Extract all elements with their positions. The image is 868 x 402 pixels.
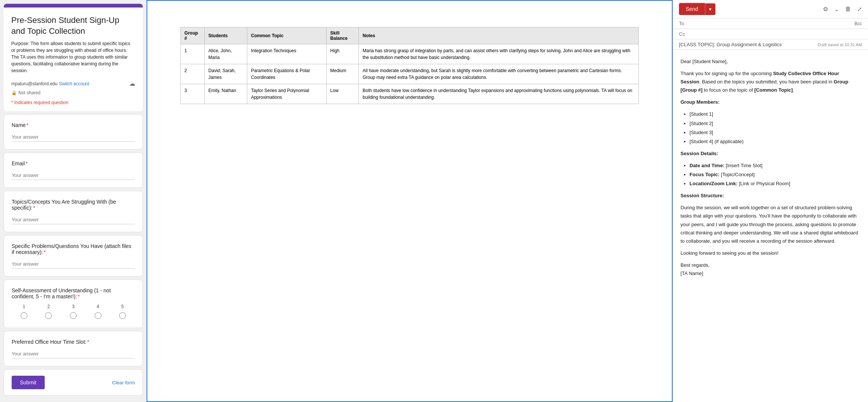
session-structure-header: Session Structure:	[680, 192, 860, 200]
lock-icon: 🔒	[11, 90, 17, 95]
students-2: David, Sarah, James	[204, 64, 247, 84]
bold-topic: [Common Topic]	[755, 87, 793, 93]
topics-input[interactable]	[12, 215, 135, 224]
email-closing: Looking forward to seeing you at the ses…	[680, 249, 860, 257]
table-row: 3 Emily, Nathan Taylor Series and Polyno…	[180, 84, 638, 104]
member-4: [Student 4] (if applicable)	[690, 138, 860, 146]
students-3: Emily, Nathan	[204, 84, 247, 104]
cc-input[interactable]	[694, 31, 862, 37]
to-input[interactable]	[694, 21, 854, 26]
table-row: 2 David, Sarah, James Parametric Equatio…	[180, 64, 638, 84]
form-panel: Pre-Session Student Sign-Up and Topic Co…	[0, 0, 147, 402]
email-input[interactable]	[12, 171, 135, 180]
expand-icon[interactable]: ⤢	[857, 6, 862, 13]
group-num-1: 1	[180, 44, 204, 64]
col-skill: Skill Balance	[326, 27, 358, 44]
topics-question-card: Topics/Concepts You Are Struggling With …	[4, 191, 143, 232]
email-toolbar: Send ▾ ⚙ ⌄ 🗑 ⤢	[673, 0, 868, 18]
session-details-header: Session Details:	[680, 150, 860, 158]
rating-radio-5[interactable]	[116, 312, 129, 320]
topic-1: Integration Techniques	[247, 44, 326, 64]
rating-num-1: 1	[17, 304, 31, 309]
form-header-card: Pre-Session Student Sign-Up and Topic Co…	[4, 4, 143, 111]
skill-2: Medium	[326, 64, 358, 84]
draft-saved-status: Draft saved at 10:31 AM	[818, 42, 862, 47]
settings-icon[interactable]: ⚙	[823, 6, 828, 13]
notes-2: All have moderate understanding, but Sar…	[358, 64, 638, 84]
name-label: Name*	[12, 122, 135, 128]
to-label: To	[679, 21, 694, 26]
email-question-card: Email*	[4, 153, 143, 188]
session-detail-location: Location/Zoom Link: [Link or Physical Ro…	[690, 180, 860, 188]
required-note: * Indicates required question	[11, 100, 135, 105]
session-detail-date: Date and Time: [Insert Time Slot]	[690, 162, 860, 170]
bcc-label[interactable]: Bcc	[854, 21, 862, 26]
rating-num-3: 3	[67, 304, 80, 309]
form-account-row: mpaturu@stanford.edu Switch account ☁	[11, 80, 135, 87]
timeslot-question-card: Preferred Office Hour Time Slot:*	[4, 331, 143, 366]
member-3: [Student 3]	[690, 128, 860, 137]
email-greeting: Dear [Student Name],	[680, 57, 860, 66]
col-students: Students	[204, 27, 247, 44]
email-regards: Best regards, [TA Name]	[680, 261, 860, 278]
shared-text: Not shared	[18, 90, 41, 95]
send-button[interactable]: Send	[679, 3, 705, 15]
trash-icon[interactable]: 🗑	[845, 6, 851, 12]
subject-field-row: Draft saved at 10:31 AM	[673, 39, 868, 50]
member-1: [Student 1]	[690, 110, 860, 118]
form-title: Pre-Session Student Sign-Up and Topic Co…	[11, 15, 135, 36]
students-1: Alice, John, Maria	[204, 44, 247, 64]
rating-label: Self-Assessment of Understanding (1 - no…	[12, 287, 135, 299]
col-notes: Notes	[358, 27, 638, 44]
subject-input[interactable]	[679, 42, 818, 47]
notes-1: Maria has strong grasp of integration by…	[358, 44, 638, 64]
name-question-card: Name*	[4, 114, 143, 150]
topic-2: Parametric Equations & Polar Coordinates	[247, 64, 326, 84]
problems-input[interactable]	[12, 260, 135, 269]
table-row: 1 Alice, John, Maria Integration Techniq…	[180, 44, 638, 64]
rating-radio-3[interactable]	[67, 312, 80, 320]
email-intro-paragraph: Thank you for signing up for the upcomin…	[680, 70, 860, 94]
group-num-3: 3	[180, 84, 204, 104]
bold-session-name: Study Collective Office Hour Session	[680, 71, 839, 85]
problems-question-card: Specific Problems/Questions You Have (at…	[4, 235, 143, 277]
email-body: Dear [Student Name], Thank you for signi…	[673, 50, 868, 402]
send-button-group: Send ▾	[679, 3, 715, 15]
col-topic: Common Topic	[247, 27, 326, 44]
to-field-row: To Bcc	[673, 18, 868, 29]
name-input[interactable]	[12, 133, 135, 142]
group-num-2: 2	[180, 64, 204, 84]
send-dropdown-button[interactable]: ▾	[705, 3, 715, 15]
topics-label: Topics/Concepts You Are Struggling With …	[12, 199, 135, 211]
rating-radio-2[interactable]	[42, 312, 55, 320]
rating-labels-row: 1 2 3 4 5	[12, 304, 135, 309]
timeslot-input[interactable]	[12, 349, 135, 358]
account-email: mpaturu@stanford.edu	[11, 81, 57, 86]
rating-radio-1[interactable]	[17, 312, 31, 320]
email-panel: Send ▾ ⚙ ⌄ 🗑 ⤢ To Bcc Cc Draft saved at …	[673, 0, 868, 402]
session-detail-topic: Focus Topic: [Topic/Concept]	[690, 171, 860, 179]
email-toolbar-actions: ⚙ ⌄ 🗑 ⤢	[823, 6, 862, 13]
switch-account-link[interactable]: Switch account	[59, 81, 89, 86]
rating-num-5: 5	[116, 304, 129, 309]
cloud-icon: ☁	[129, 80, 135, 87]
timeslot-label: Preferred Office Hour Time Slot:*	[12, 339, 135, 345]
submit-button[interactable]: Submit	[12, 376, 45, 389]
skill-1: High	[326, 44, 358, 64]
rating-radios-row	[12, 312, 135, 320]
session-details-list: Date and Time: [Insert Time Slot] Focus …	[690, 162, 860, 188]
chevron-down-icon[interactable]: ⌄	[834, 6, 839, 13]
col-group: Group #	[180, 27, 204, 44]
notes-3: Both students have low confidence in und…	[358, 84, 638, 104]
rating-radio-4[interactable]	[91, 312, 105, 320]
form-actions-card: Submit Clear form	[4, 369, 143, 396]
clear-form-link[interactable]: Clear form	[112, 380, 135, 385]
table-panel: Group # Students Common Topic Skill Bala…	[147, 0, 673, 402]
rating-num-2: 2	[42, 304, 55, 309]
email-label: Email*	[12, 160, 135, 166]
rating-question-card: Self-Assessment of Understanding (1 - no…	[4, 280, 143, 328]
topic-3: Taylor Series and Polynomial Approximati…	[247, 84, 326, 104]
group-members-header: Group Members:	[680, 98, 860, 106]
cc-label: Cc	[679, 31, 694, 37]
group-members-list: [Student 1] [Student 2] [Student 3] [Stu…	[690, 110, 860, 145]
